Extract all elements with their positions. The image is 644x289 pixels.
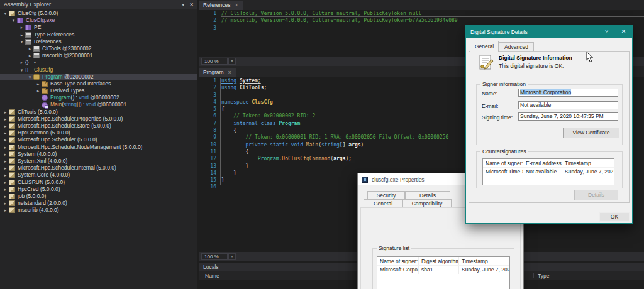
ok-button[interactable]: OK <box>599 212 630 222</box>
field-value[interactable]: Microsoft Corporation <box>518 89 618 97</box>
close-tab-icon[interactable]: × <box>228 68 231 77</box>
expander-closed-icon[interactable]: ▸ <box>2 193 9 200</box>
column-header[interactable]: Name of signer: <box>483 159 523 167</box>
column-header-type[interactable]: Type <box>538 271 549 280</box>
tab-general[interactable]: General <box>364 199 402 208</box>
expander-closed-icon[interactable]: ▸ <box>2 165 9 172</box>
expander-closed-icon[interactable]: ▸ <box>2 207 9 214</box>
tree-item[interactable]: ▸- <box>0 59 197 66</box>
close-icon[interactable]: ✕ <box>615 26 632 38</box>
tree-item[interactable]: ▸Derived Types <box>0 87 197 94</box>
expander-open-icon[interactable]: ▾ <box>2 10 9 17</box>
expander-closed-icon[interactable]: ▸ <box>2 129 9 136</box>
expander-closed-icon[interactable]: ▸ <box>2 109 9 116</box>
window-menu-icon[interactable]: ▾ <box>182 0 184 9</box>
signature-dialog-titlebar[interactable]: Digital Signature Details ? ✕ <box>466 26 632 38</box>
expander-closed-icon[interactable]: ▸ <box>26 52 33 59</box>
view-certificate-button[interactable]: View Certificate <box>563 128 619 138</box>
expander-closed-icon[interactable]: ▸ <box>2 172 9 178</box>
line-number: 6 <box>199 112 221 119</box>
tree-item[interactable]: ▾Program @02000002 <box>0 74 197 80</box>
tab-compatibility[interactable]: Compatibility <box>402 199 452 208</box>
zoom-level-select[interactable]: 100 % <box>201 58 228 65</box>
field-value[interactable]: Sunday, June 7, 2020 10:47:35 PM <box>518 112 618 121</box>
expander-closed-icon[interactable]: ▸ <box>2 186 9 193</box>
column-header[interactable]: Timestamp <box>459 257 509 265</box>
expander-closed-icon[interactable]: ▸ <box>18 31 25 38</box>
tree-item[interactable]: ▸HpcCommon (5.0.0.0) <box>0 129 197 136</box>
expander-closed-icon[interactable]: ▸ <box>18 59 25 66</box>
tree-item[interactable]: ▸Microsoft.Hpc.Scheduler (5.0.0.0) <box>0 136 197 143</box>
close-tab-icon[interactable]: × <box>235 1 238 10</box>
tree-item[interactable]: ▸Base Type and Interfaces <box>0 80 197 87</box>
tree-item[interactable]: ▸Microsoft.Hpc.Scheduler.Internal (5.0.0… <box>0 165 197 172</box>
tree-item[interactable]: ▾ClusCfg <box>0 67 197 74</box>
close-panel-icon[interactable]: ✕ <box>189 0 194 9</box>
tree-item[interactable]: ▸HpcCred (5.0.0.0) <box>0 186 197 193</box>
tree-item[interactable]: ▸System.Core (4.0.0.0) <box>0 172 197 178</box>
tree-item[interactable]: ▸Type References <box>0 31 197 38</box>
tree-item[interactable]: ▾ClusCfg.exe <box>0 17 197 24</box>
column-header[interactable]: Digest algorithm <box>419 257 459 265</box>
column-header[interactable]: Name of signer: <box>377 257 419 265</box>
expander-closed-icon[interactable]: ▸ <box>2 123 9 129</box>
expander-open-icon[interactable]: ▾ <box>10 17 17 24</box>
tree-item[interactable]: ▸Microsoft.Hpc.Scheduler.Properties (5.0… <box>0 116 197 123</box>
tree-item[interactable]: ▸CliTools @23000002 <box>0 45 197 52</box>
field-value[interactable]: Not available <box>518 101 618 109</box>
expander-closed-icon[interactable]: ▸ <box>2 158 9 165</box>
tree-item[interactable]: ▸System.Xml (4.0.0.0) <box>0 158 197 165</box>
tree-item[interactable]: ▾References <box>0 38 197 45</box>
tree-item[interactable]: ▸PE <box>0 24 197 31</box>
countersignatures-group: Countersignatures Name of signer:E-mail … <box>476 151 623 188</box>
tree-item[interactable]: ▸CliTools (5.0.0.0) <box>0 109 197 116</box>
table-row[interactable]: Microsoft Time-S...Not availableSunday, … <box>483 168 614 176</box>
expander-closed-icon[interactable]: ▸ <box>35 87 42 94</box>
zoom-dropdown-icon[interactable]: ▾ <box>228 253 236 260</box>
expander-closed-icon[interactable]: ▸ <box>2 116 9 123</box>
expander-closed-icon[interactable]: ▸ <box>2 144 9 151</box>
column-header[interactable]: E-mail address: <box>523 159 562 167</box>
tree-item[interactable]: ▸mscorlib @23000001 <box>0 52 197 59</box>
expander-closed-icon[interactable]: ▸ <box>18 24 25 31</box>
expander-open-icon[interactable]: ▾ <box>18 67 25 74</box>
zoom-dropdown-icon[interactable]: ▾ <box>228 58 236 65</box>
tab-security[interactable]: Security <box>367 191 405 200</box>
tree-item[interactable]: ▾ClusCfg (5.0.0.0) <box>0 10 197 17</box>
code-token <box>221 142 246 148</box>
tree-item[interactable]: ▸netstandard (2.0.0.0) <box>0 200 197 207</box>
tree-item[interactable]: ▸Microsoft.Hpc.Scheduler.Store (5.0.0.0) <box>0 123 197 129</box>
column-separator[interactable] <box>619 273 619 278</box>
help-icon[interactable]: ? <box>598 26 615 38</box>
expander-open-icon[interactable]: ▾ <box>18 38 25 45</box>
tab-general[interactable]: General <box>470 41 499 52</box>
line-number: 1 <box>199 77 221 84</box>
tree-item-label: System (4.0.0.0) <box>18 151 57 158</box>
expander-closed-icon[interactable]: ▸ <box>2 200 9 207</box>
expander-closed-icon[interactable]: ▸ <box>35 80 42 87</box>
tab-program[interactable]: Program × <box>199 68 236 77</box>
tree-item[interactable]: Main(string[]) : void @06000001 <box>0 101 197 108</box>
zoom-level-select[interactable]: 100 % <box>201 253 228 260</box>
column-separator[interactable] <box>533 273 534 278</box>
tab-advanced[interactable]: Advanced <box>499 42 534 52</box>
app-icon <box>362 177 368 183</box>
column-header[interactable]: Timestamp <box>562 159 614 167</box>
column-header-name[interactable]: Name <box>205 271 219 280</box>
tree-item[interactable]: ▸Microsoft.Hpc.Scheduler.NodeManagement … <box>0 144 197 151</box>
expander-closed-icon[interactable]: ▸ <box>2 151 9 158</box>
tab-details[interactable]: Details <box>405 191 450 200</box>
expander-closed-icon[interactable]: ▸ <box>26 45 33 52</box>
tab-references[interactable]: References × <box>199 1 243 10</box>
expander-closed-icon[interactable]: ▸ <box>2 136 9 143</box>
tree-item[interactable]: ▸CLUSRUN (5.0.0.0) <box>0 179 197 186</box>
expander-open-icon[interactable]: ▾ <box>26 74 33 80</box>
tree-item[interactable]: ▸System (4.0.0.0) <box>0 151 197 158</box>
tree-item[interactable]: ▸mscorlib (4.0.0.0) <box>0 207 197 214</box>
table-row[interactable]: Microsoft Corpora...sha1Sunday, June 7, … <box>377 266 509 274</box>
assembly-explorer-header: Assembly Explorer ▾ ✕ <box>0 0 197 9</box>
tree-item[interactable]: Program() : void @06000002 <box>0 94 197 101</box>
expander-closed-icon[interactable]: ▸ <box>2 179 9 186</box>
mouse-cursor <box>586 51 594 65</box>
tree-item[interactable]: ▸job (5.0.0.0) <box>0 193 197 200</box>
